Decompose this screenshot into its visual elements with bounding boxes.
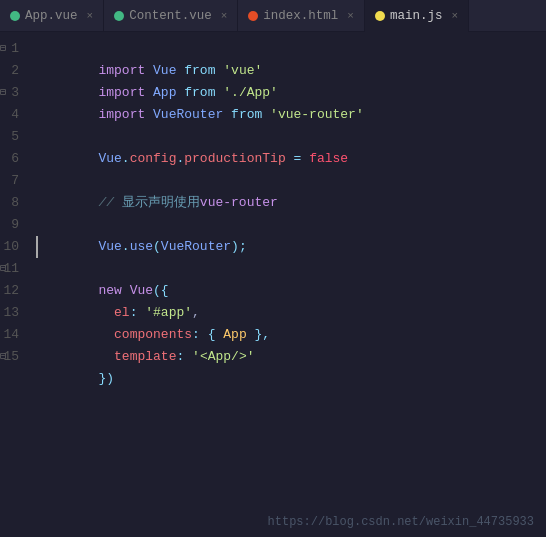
- code-line-11: new Vue({: [36, 258, 546, 280]
- close-icon[interactable]: ×: [451, 10, 458, 22]
- tab-bar: App.vue × Content.vue × index.html × mai…: [0, 0, 546, 32]
- vue-icon: [10, 11, 20, 21]
- tab-main-js[interactable]: main.js ×: [365, 0, 469, 32]
- tab-app-vue[interactable]: App.vue ×: [0, 0, 104, 32]
- code-line-5: Vue.config.productionTip = false: [36, 126, 546, 148]
- code-line-7: // 显示声明使用vue-router: [36, 170, 546, 192]
- html-icon: [248, 11, 258, 21]
- code-lines: import Vue from 'vue' import App from '.…: [28, 38, 546, 531]
- line-numbers: ⊟1 2 ⊟3 4 5 6 7 8 9 10 ⊟11 12 13 14 ⊟15: [0, 38, 28, 531]
- code-line-1: import Vue from 'vue': [36, 38, 546, 60]
- code-area: ⊟1 2 ⊟3 4 5 6 7 8 9 10 ⊟11 12 13 14 ⊟15 …: [0, 32, 546, 537]
- close-icon[interactable]: ×: [87, 10, 94, 22]
- tab-label: Content.vue: [129, 9, 212, 23]
- close-icon[interactable]: ×: [221, 10, 228, 22]
- tab-label: main.js: [390, 9, 443, 23]
- close-icon[interactable]: ×: [347, 10, 354, 22]
- tab-index-html[interactable]: index.html ×: [238, 0, 365, 32]
- editor-container: App.vue × Content.vue × index.html × mai…: [0, 0, 546, 537]
- tab-label: index.html: [263, 9, 338, 23]
- tab-label: App.vue: [25, 9, 78, 23]
- js-icon: [375, 11, 385, 21]
- watermark: https://blog.csdn.net/weixin_44735933: [268, 515, 534, 529]
- vue-icon: [114, 11, 124, 21]
- code-line-9: Vue.use(VueRouter);: [36, 214, 546, 236]
- tab-content-vue[interactable]: Content.vue ×: [104, 0, 238, 32]
